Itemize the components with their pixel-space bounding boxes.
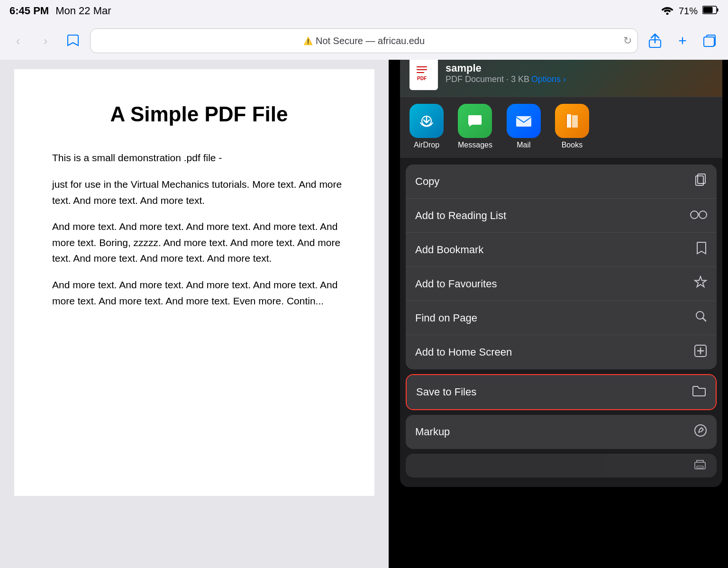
apps-row: AirDrop Messages Mail xyxy=(400,97,722,158)
share-filename: sample xyxy=(446,62,566,74)
save-to-files-label: Save to Files xyxy=(416,386,476,398)
app-messages[interactable]: Messages xyxy=(458,104,492,149)
svg-rect-10 xyxy=(566,114,571,128)
app-airdrop[interactable]: AirDrop xyxy=(410,104,444,149)
add-favourites-label: Add to Favourites xyxy=(415,278,497,290)
find-on-page-label: Find on Page xyxy=(415,312,477,324)
lock-icon: ⚠️ xyxy=(303,37,313,46)
status-icons: 71% xyxy=(661,5,719,17)
search-icon xyxy=(695,310,707,326)
reading-list-icon xyxy=(690,208,707,223)
pdf-thumbnail: PDF xyxy=(410,56,438,90)
more-items xyxy=(406,454,717,477)
pdf-para-2: just for use in the Virtual Mechanics tu… xyxy=(52,176,346,208)
svg-point-0 xyxy=(666,12,668,15)
svg-text:PDF: PDF xyxy=(417,76,427,81)
add-favourites-item[interactable]: Add to Favourites xyxy=(406,267,717,301)
add-reading-list-item[interactable]: Add to Reading List xyxy=(406,199,717,233)
books-icon xyxy=(555,104,589,138)
find-on-page-item[interactable]: Find on Page xyxy=(406,301,717,335)
books-label: Books xyxy=(562,141,582,149)
battery-icon xyxy=(702,6,719,17)
svg-point-19 xyxy=(695,425,706,436)
reload-button[interactable]: ↻ xyxy=(623,35,632,47)
pdf-para-1: This is a small demonstration .pdf file … xyxy=(52,150,346,166)
airdrop-label: AirDrop xyxy=(414,141,439,149)
folder-icon xyxy=(692,385,706,400)
print-icon xyxy=(693,458,707,473)
url-text: Not Secure — africau.edu xyxy=(316,36,425,46)
tabs-button[interactable] xyxy=(700,30,720,51)
bookmarks-button[interactable] xyxy=(63,30,83,51)
share-button[interactable] xyxy=(645,30,665,51)
app-mail[interactable]: Mail xyxy=(507,104,541,149)
share-filetype: PDF Document · 3 KB xyxy=(446,74,529,84)
app-books[interactable]: Books xyxy=(555,104,589,149)
messages-icon xyxy=(458,104,492,138)
add-box-icon xyxy=(694,344,707,361)
copy-icon xyxy=(694,173,707,190)
mail-icon xyxy=(507,104,541,138)
add-bookmark-item[interactable]: Add Bookmark xyxy=(406,233,717,267)
share-scroll[interactable]: Copy Add to Reading List xyxy=(400,158,722,487)
svg-rect-3 xyxy=(703,7,713,13)
markup-item[interactable]: Markup xyxy=(406,415,717,449)
share-sheet: PDF sample PDF Document · 3 KB Options ›… xyxy=(400,47,722,568)
pdf-para-3: And more text. And more text. And more t… xyxy=(52,219,346,266)
markup-icon xyxy=(694,424,707,440)
add-bookmark-label: Add Bookmark xyxy=(415,244,483,256)
svg-point-15 xyxy=(691,211,698,219)
messages-label: Messages xyxy=(458,141,492,149)
svg-rect-21 xyxy=(697,466,703,468)
forward-button[interactable]: › xyxy=(35,30,56,51)
save-to-files-item[interactable]: Save to Files xyxy=(407,375,716,409)
copy-label: Copy xyxy=(415,175,439,188)
star-icon xyxy=(694,275,707,292)
add-home-screen-item[interactable]: Add to Home Screen xyxy=(406,335,717,369)
svg-rect-9 xyxy=(516,116,531,127)
copy-menu-item[interactable]: Copy xyxy=(406,165,717,199)
back-button[interactable]: ‹ xyxy=(8,30,28,51)
share-file-info: sample PDF Document · 3 KB Options › xyxy=(446,62,566,84)
add-reading-list-label: Add to Reading List xyxy=(415,210,506,222)
airdrop-icon xyxy=(410,104,444,138)
bookmark-icon xyxy=(696,241,707,258)
markup-label: Markup xyxy=(415,426,450,438)
status-time: 6:45 PM xyxy=(9,5,49,17)
add-home-screen-label: Add to Home Screen xyxy=(415,346,512,358)
new-tab-button[interactable]: + xyxy=(672,30,693,51)
save-to-files-section: Save to Files xyxy=(406,374,717,410)
share-options-link[interactable]: Options › xyxy=(531,74,566,84)
pdf-area: A Simple PDF File This is a small demons… xyxy=(0,60,389,568)
menu-section-3: Markup xyxy=(406,415,717,449)
battery-percent: 71% xyxy=(679,6,698,17)
status-date: Mon 22 Mar xyxy=(55,5,111,17)
svg-rect-2 xyxy=(717,8,719,11)
menu-section-1: Copy Add to Reading List xyxy=(406,165,717,369)
pdf-page: A Simple PDF File This is a small demons… xyxy=(14,69,374,496)
status-bar: 6:45 PM Mon 22 Mar 71% xyxy=(0,0,728,22)
svg-rect-5 xyxy=(704,37,714,46)
pdf-para-4: And more text. And more text. And more t… xyxy=(52,277,346,309)
svg-point-16 xyxy=(699,211,707,219)
mail-label: Mail xyxy=(517,141,530,149)
address-bar[interactable]: ⚠️ Not Secure — africau.edu ↻ xyxy=(90,28,638,53)
wifi-icon xyxy=(661,5,674,17)
pdf-title: A Simple PDF File xyxy=(52,98,346,131)
nav-bar: ‹ › ⚠️ Not Secure — africau.edu ↻ + xyxy=(0,22,728,60)
svg-rect-11 xyxy=(572,115,578,128)
